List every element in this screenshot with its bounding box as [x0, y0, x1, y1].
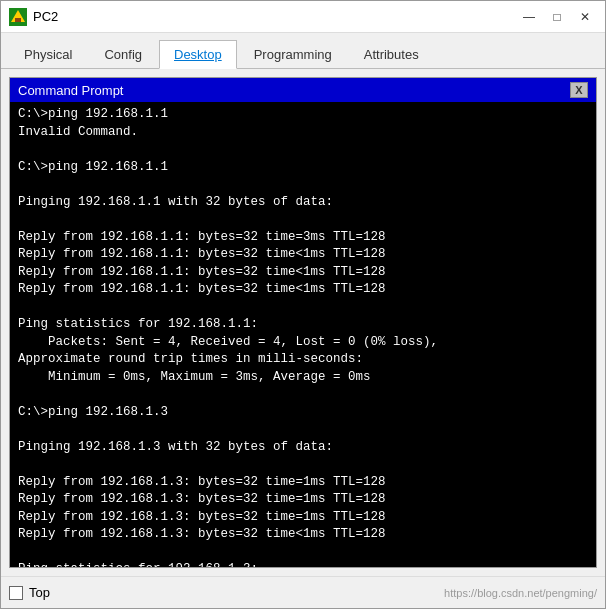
top-checkbox[interactable]	[9, 586, 23, 600]
terminal-line	[18, 386, 588, 404]
terminal-line: Reply from 192.168.1.1: bytes=32 time<1m…	[18, 281, 588, 299]
terminal-line	[18, 299, 588, 317]
terminal-line: Reply from 192.168.1.1: bytes=32 time<1m…	[18, 264, 588, 282]
terminal-title-bar: Command Prompt X	[10, 78, 596, 102]
maximize-button[interactable]: □	[545, 7, 569, 27]
tab-physical[interactable]: Physical	[9, 40, 87, 69]
terminal-line	[18, 141, 588, 159]
terminal-line: Approximate round trip times in milli-se…	[18, 351, 588, 369]
bottom-bar: Top https://blog.csdn.net/pengming/	[1, 576, 605, 608]
tab-desktop[interactable]: Desktop	[159, 40, 237, 69]
terminal-line: Reply from 192.168.1.1: bytes=32 time=3m…	[18, 229, 588, 247]
terminal-line	[18, 544, 588, 562]
terminal-line	[18, 421, 588, 439]
terminal-line: Pinging 192.168.1.1 with 32 bytes of dat…	[18, 194, 588, 212]
terminal-line: Reply from 192.168.1.3: bytes=32 time=1m…	[18, 509, 588, 527]
terminal-line: Invalid Command.	[18, 124, 588, 142]
terminal-line: Packets: Sent = 4, Received = 4, Lost = …	[18, 334, 588, 352]
title-bar-left: PC2	[9, 8, 58, 26]
tab-bar: Physical Config Desktop Programming Attr…	[1, 33, 605, 69]
terminal-line: Reply from 192.168.1.3: bytes=32 time=1m…	[18, 491, 588, 509]
terminal-line: Ping statistics for 192.168.1.3:	[18, 561, 588, 567]
main-content: Command Prompt X C:\>ping 192.168.1.1Inv…	[1, 69, 605, 576]
terminal-line: C:\>ping 192.168.1.1	[18, 106, 588, 124]
terminal-line: Minimum = 0ms, Maximum = 3ms, Average = …	[18, 369, 588, 387]
top-label: Top	[29, 585, 50, 600]
minimize-button[interactable]: —	[517, 7, 541, 27]
terminal-line: Ping statistics for 192.168.1.1:	[18, 316, 588, 334]
terminal-close-button[interactable]: X	[570, 82, 588, 98]
watermark: https://blog.csdn.net/pengming/	[444, 587, 597, 599]
terminal-line: C:\>ping 192.168.1.3	[18, 404, 588, 422]
tab-programming[interactable]: Programming	[239, 40, 347, 69]
window-title: PC2	[33, 9, 58, 24]
bottom-left: Top	[9, 585, 50, 600]
terminal-title: Command Prompt	[18, 83, 123, 98]
window-controls: — □ ✕	[517, 7, 597, 27]
main-window: PC2 — □ ✕ Physical Config Desktop Progra…	[0, 0, 606, 609]
terminal-line: C:\>ping 192.168.1.1	[18, 159, 588, 177]
terminal-line: Pinging 192.168.1.3 with 32 bytes of dat…	[18, 439, 588, 457]
terminal-container: Command Prompt X C:\>ping 192.168.1.1Inv…	[9, 77, 597, 568]
terminal-line	[18, 176, 588, 194]
terminal-line: Reply from 192.168.1.3: bytes=32 time<1m…	[18, 526, 588, 544]
title-bar: PC2 — □ ✕	[1, 1, 605, 33]
terminal-line: Reply from 192.168.1.1: bytes=32 time<1m…	[18, 246, 588, 264]
terminal-line	[18, 456, 588, 474]
close-button[interactable]: ✕	[573, 7, 597, 27]
terminal-line: Reply from 192.168.1.3: bytes=32 time=1m…	[18, 474, 588, 492]
terminal-line	[18, 211, 588, 229]
tab-attributes[interactable]: Attributes	[349, 40, 434, 69]
app-icon	[9, 8, 27, 26]
tab-config[interactable]: Config	[89, 40, 157, 69]
terminal-body[interactable]: C:\>ping 192.168.1.1Invalid Command. C:\…	[10, 102, 596, 567]
svg-rect-2	[15, 18, 21, 22]
